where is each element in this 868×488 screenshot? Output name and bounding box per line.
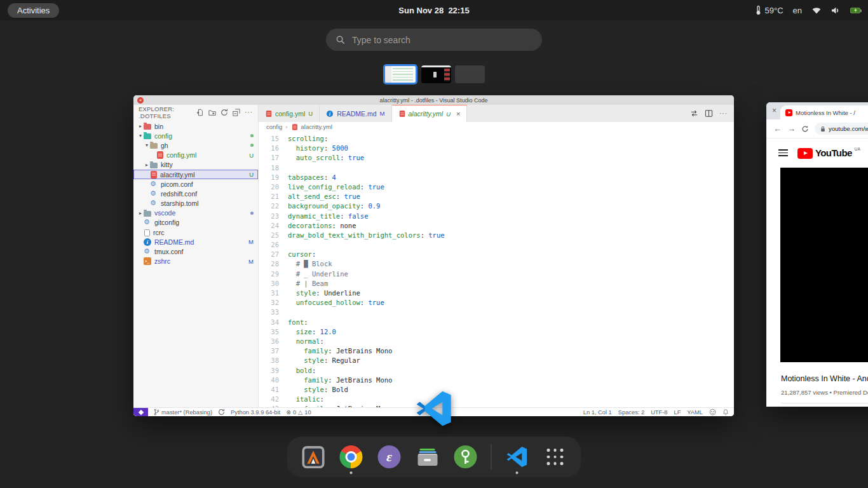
gear-icon bbox=[150, 200, 158, 207]
alacritty-launcher[interactable] bbox=[301, 437, 326, 477]
tree-item-redshift.conf[interactable]: redshift.conf bbox=[133, 189, 258, 198]
tab-label: alacritty.yml bbox=[409, 110, 444, 118]
more-actions-icon[interactable]: ··· bbox=[245, 111, 253, 114]
search-input[interactable]: Type to search bbox=[326, 29, 542, 51]
warning-icon: △ bbox=[298, 409, 302, 416]
code-line: 24decorations: none bbox=[259, 221, 734, 231]
password-manager-launcher[interactable] bbox=[453, 437, 478, 477]
tab-alacritty-yml[interactable]: alacritty.yml U × bbox=[392, 105, 468, 122]
tree-item-kitty[interactable]: ▸kitty bbox=[133, 160, 258, 170]
git-status-badge: M bbox=[380, 110, 385, 117]
sync-icon[interactable] bbox=[218, 409, 225, 416]
tree-item-README.md[interactable]: README.mdM bbox=[133, 237, 258, 247]
tab-close-icon[interactable]: × bbox=[772, 107, 776, 114]
tab-readme-md[interactable]: README.md M bbox=[320, 105, 391, 122]
address-bar[interactable]: youtube.com/wa bbox=[815, 123, 868, 135]
close-icon[interactable]: × bbox=[456, 110, 460, 118]
chrome-launcher[interactable] bbox=[339, 437, 364, 477]
tree-item-picom.conf[interactable]: picom.conf bbox=[133, 179, 258, 189]
youtube-play-icon bbox=[797, 148, 813, 159]
vscode-launcher[interactable] bbox=[505, 437, 530, 477]
vscode-window[interactable]: × alacritty.yml - .dotfiles - Visual Stu… bbox=[133, 95, 734, 416]
browser-tab[interactable]: Motionless In White - / bbox=[780, 105, 868, 119]
window-close-button[interactable]: × bbox=[137, 97, 144, 104]
tree-item-gh[interactable]: ▾gh bbox=[133, 140, 258, 150]
workspace-thumbnail-empty[interactable] bbox=[455, 65, 485, 83]
more-actions-icon[interactable]: ··· bbox=[719, 112, 728, 116]
encoding[interactable]: UTF-8 bbox=[651, 409, 667, 416]
language-mode[interactable]: YAML bbox=[687, 409, 703, 416]
split-editor-icon[interactable] bbox=[705, 109, 713, 118]
system-status-area[interactable]: 59°C en bbox=[756, 5, 860, 15]
code-line: 31 style: Underline bbox=[259, 288, 734, 298]
workspace-switcher bbox=[0, 64, 868, 85]
files-launcher[interactable] bbox=[415, 437, 440, 477]
workspace-thumbnail-active[interactable] bbox=[383, 64, 417, 85]
forward-button[interactable]: → bbox=[787, 125, 796, 133]
indentation[interactable]: Spaces: 2 bbox=[618, 409, 644, 416]
gear-icon bbox=[144, 219, 151, 226]
git-status-badge: M bbox=[248, 238, 254, 245]
git-status-dot bbox=[250, 134, 254, 137]
activities-button[interactable]: Activities bbox=[8, 3, 59, 18]
chrome-window[interactable]: × Motionless In White - / ← → youtube.co… bbox=[766, 102, 868, 407]
code-line: 37 family: JetBrains Mono bbox=[259, 346, 734, 356]
refresh-icon[interactable] bbox=[220, 109, 228, 116]
workspace-thumbnail-video[interactable] bbox=[421, 65, 451, 83]
remote-indicator-icon[interactable] bbox=[133, 408, 148, 416]
yaml-file-icon bbox=[399, 111, 405, 117]
tree-item-vscode[interactable]: ▸vscode bbox=[133, 208, 258, 218]
tree-item-rcrc[interactable]: rcrc bbox=[133, 227, 258, 237]
back-button[interactable]: ← bbox=[773, 125, 782, 133]
search-icon bbox=[336, 35, 345, 44]
file-tree: ▸bin▾config▾ghconfig.ymlU▸kittyalacritty… bbox=[133, 120, 258, 266]
git-branch-status[interactable]: master* (Rebasing) bbox=[154, 409, 212, 416]
tree-item-config.yml[interactable]: config.ymlU bbox=[133, 151, 258, 160]
new-folder-icon[interactable] bbox=[208, 109, 216, 116]
breadcrumb-file[interactable]: alacritty.yml bbox=[301, 123, 332, 130]
emacs-launcher[interactable]: ε bbox=[377, 437, 402, 477]
explorer-header: EXPLORER: .DOTFILES bbox=[139, 105, 196, 119]
youtube-page: YouTube UA Motionless In White - Anot 21… bbox=[766, 139, 868, 407]
code-line: 23dynamic_title: false bbox=[259, 212, 734, 221]
reload-button[interactable] bbox=[801, 125, 809, 133]
youtube-logo[interactable]: YouTube UA bbox=[797, 147, 860, 159]
bell-icon[interactable] bbox=[722, 409, 729, 416]
eol-type[interactable]: LF bbox=[674, 409, 681, 416]
code-editor[interactable]: 15scrolling:16 history: 500017 auto_scro… bbox=[259, 132, 734, 407]
show-apps-button[interactable] bbox=[543, 437, 568, 477]
tab-config-yml[interactable]: config.yml U bbox=[259, 105, 320, 122]
tree-item-config[interactable]: ▾config bbox=[133, 131, 258, 140]
file-name: vscode bbox=[154, 209, 175, 217]
file-name: kitty bbox=[161, 161, 173, 168]
url-text: youtube.com/wa bbox=[829, 125, 868, 132]
collapse-folders-icon[interactable] bbox=[233, 109, 240, 116]
video-player[interactable] bbox=[780, 167, 868, 362]
tree-item-alacritty.yml[interactable]: alacritty.ymlU bbox=[133, 170, 258, 179]
tree-item-bin[interactable]: ▸bin bbox=[133, 121, 258, 131]
code-line: 19tabspaces: 4 bbox=[259, 173, 734, 182]
feedback-icon[interactable] bbox=[709, 409, 716, 416]
code-line: 40 family: JetBrains Mono bbox=[259, 376, 734, 385]
tree-item-zshrc[interactable]: zshrcM bbox=[133, 257, 258, 266]
code-line: 28 # █ Block bbox=[259, 259, 734, 269]
tree-item-tmux.conf[interactable]: tmux.conf bbox=[133, 247, 258, 256]
tree-item-gitconfig[interactable]: gitconfig bbox=[133, 218, 258, 227]
explorer-sidebar: EXPLORER: .DOTFILES ··· ▸bin▾config▾ghco… bbox=[133, 105, 259, 407]
thermometer-icon bbox=[756, 5, 761, 15]
python-interpreter[interactable]: Python 3.9.9 64-bit bbox=[231, 409, 280, 416]
breadcrumb[interactable]: config › alacritty.yml bbox=[259, 122, 734, 132]
breadcrumb-folder[interactable]: config bbox=[266, 123, 282, 130]
cursor-position[interactable]: Ln 1, Col 1 bbox=[583, 409, 612, 416]
open-changes-icon[interactable] bbox=[690, 109, 698, 118]
menu-icon[interactable] bbox=[778, 149, 788, 156]
yaml-icon bbox=[151, 171, 157, 179]
tree-item-starship.toml[interactable]: starship.toml bbox=[133, 199, 258, 208]
clock[interactable]: Sun Nov 28 22:15 bbox=[398, 6, 469, 15]
editor-tab-bar: config.yml U README.md M alacritty.yml U… bbox=[259, 105, 734, 122]
code-line: 29 # _ Underline bbox=[259, 269, 734, 279]
new-file-icon[interactable] bbox=[196, 109, 204, 116]
info-file-icon bbox=[327, 110, 333, 116]
problems-status[interactable]: ⊗ 0 △ 10 bbox=[286, 409, 311, 416]
file-name: config.yml bbox=[166, 151, 196, 159]
